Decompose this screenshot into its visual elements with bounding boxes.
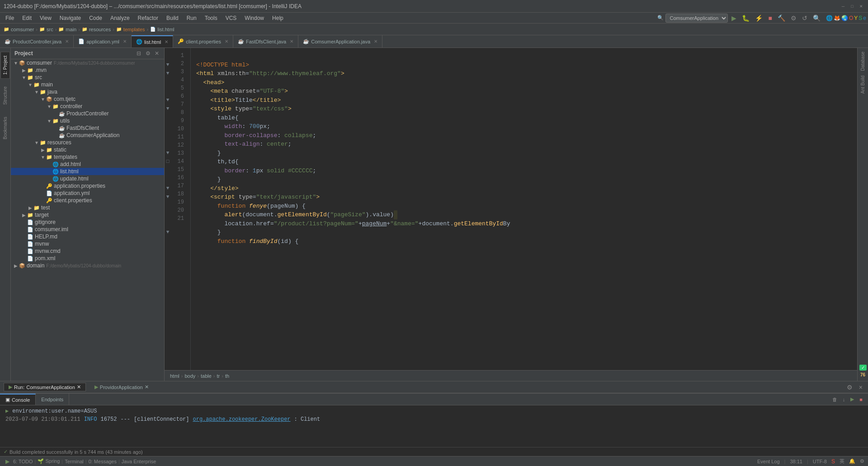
menu-build[interactable]: Build [163,14,182,22]
console-run-button[interactable]: ▶ [849,395,856,403]
run-with-coverage[interactable]: ⚡ [753,14,764,23]
breadcrumb-main[interactable]: main [66,27,76,32]
run-tab-comsumer[interactable]: ▶ Run: ComsumerApplication ✕ [4,383,86,391]
menu-tools[interactable]: Tools [201,14,221,22]
tab-fastdfs-client[interactable]: ☕ FastDfsClient.java ✕ [233,35,298,48]
gutter-mark-7[interactable]: ▼ [165,105,171,114]
tree-item-java[interactable]: ▼ 📁 java [11,88,164,95]
gutter-mark-3[interactable]: ▼ [165,69,171,78]
breadcrumb-resources[interactable]: resources [89,27,111,32]
build-project[interactable]: 🔨 [776,14,787,23]
tree-item-target[interactable]: ▶ 📁 target [11,211,164,219]
tree-item-src[interactable]: ▼ 📁 src [11,74,164,81]
tab-product-controller[interactable]: ☕ ProductController.java ✕ [0,35,74,48]
search-everywhere-icon[interactable]: 🔍 [657,15,664,21]
tab-close-client-properties[interactable]: ✕ [225,39,228,44]
gutter-mark-17[interactable]: ▼ [165,193,171,202]
tree-item-help-md[interactable]: ▶ 📄 HELP.md [11,233,164,240]
status-spring[interactable]: 🌱 Spring [38,458,60,464]
tree-item-main[interactable]: ▼ 📁 main [11,81,164,88]
status-event-log[interactable]: Event Log [757,459,780,464]
gutter-mark-21[interactable]: ▼ [165,228,171,237]
gutter-mark-1[interactable] [165,52,171,61]
tree-item-product-controller[interactable]: ▶ ☕ ProductController [11,110,164,117]
chrome-icon[interactable]: 🌐 [826,15,833,21]
tree-item-iml[interactable]: ▶ 📄 comsumer.iml [11,226,164,233]
right-sidebar-database[interactable]: Database [859,50,867,73]
gutter-mark-6[interactable]: ▼ [165,96,171,105]
menu-code[interactable]: Code [85,14,106,22]
menu-run[interactable]: Run [183,14,200,22]
tree-item-list-html[interactable]: ▶ 🌐 list.html [11,168,164,175]
code-editor[interactable]: ▼ ▼ ▼ ▼ ▼ □ ▼ ▼ ▼ [165,48,857,370]
tab-application-yml[interactable]: 📄 application.yml ✕ [74,35,132,48]
ed-breadcrumb-tr[interactable]: tr [217,373,220,379]
code-content[interactable]: <!DOCTYPE html> <html xmlns:th="http://w… [191,48,857,370]
safari-icon[interactable]: S [859,15,862,21]
console-tab[interactable]: ▣ Console [0,394,36,405]
maximize-button[interactable]: □ [849,3,855,10]
tree-item-app-props[interactable]: ▶ 🔑 application.properties [11,182,164,190]
console-class-link[interactable]: org.apache.zookeeper.ZooKeeper [193,415,291,423]
menu-help[interactable]: Help [269,14,287,22]
settings-button[interactable]: ⚙ [789,14,798,23]
right-sidebar-ant-build[interactable]: Ant Build [859,74,867,95]
menu-file[interactable]: File [2,14,18,22]
settings-panel-button[interactable]: ⚙ [144,50,151,57]
minimize-button[interactable]: ─ [840,3,846,10]
breadcrumb-templates[interactable]: templates [123,27,145,32]
tree-item-resources[interactable]: ▼ 📁 resources [11,139,164,146]
tab-close-product-controller[interactable]: ✕ [65,39,69,44]
project-panel-tab[interactable]: 1: Project [0,52,10,79]
ed-breadcrumb-table[interactable]: table [201,373,212,379]
debug-button[interactable]: 🐛 [740,14,751,23]
tree-item-fastdfs-client[interactable]: ▶ ☕ FastDfsClient [11,124,164,132]
gutter-mark-12[interactable]: ▼ [165,149,171,158]
tree-item-update-html[interactable]: ▶ 🌐 update.html [11,175,164,182]
breadcrumb-comsumer[interactable]: comsumer [11,27,34,32]
run-config-select[interactable]: ComsumerApplication [665,14,728,23]
tree-item-domain[interactable]: ▶ 📦 domain F:/demo/Mybatis/1204-dubbo/do… [11,262,164,269]
console-content[interactable]: ▶ environment:user.name=ASUS 2023-07-09 … [0,405,868,447]
status-encoding[interactable]: UTF-8 [813,459,827,464]
edge-icon[interactable]: 🌏 [841,15,848,21]
run-close-comsumer[interactable]: ✕ [77,384,81,390]
bookmarks-panel-tab[interactable]: Bookmarks [0,113,10,143]
console-stop-button[interactable]: ■ [858,396,864,403]
console-scroll-button[interactable]: ↓ [841,396,847,403]
menu-edit[interactable]: Edit [19,14,35,22]
ed-breadcrumb-html[interactable]: html [170,373,179,379]
menu-refactor[interactable]: Refactor [134,14,162,22]
run-tab-providor[interactable]: ▶ ProvidorApplication ✕ [90,383,154,391]
menu-vcs[interactable]: VCS [222,14,241,22]
menu-window[interactable]: Window [241,14,268,22]
close-button[interactable]: ✕ [858,3,864,10]
menu-analyze[interactable]: Analyze [107,14,133,22]
tab-close-application-yml[interactable]: ✕ [123,39,127,44]
run-close-providor[interactable]: ✕ [145,384,149,390]
ed-breadcrumb-body[interactable]: body [184,373,195,379]
tree-item-gitignore[interactable]: ▶ 📄 gitignore [11,219,164,226]
structure-panel-tab[interactable]: Structure [0,82,10,109]
tab-close-list-html[interactable]: ✕ [165,39,168,44]
yandex-icon[interactable]: Y [854,15,858,21]
opera-icon[interactable]: O [849,15,853,21]
status-java-enterprise[interactable]: Java Enterprise [122,459,156,464]
tree-item-static[interactable]: ▶ 📁 static [11,146,164,153]
status-run-button[interactable]: ▶ [4,457,11,466]
ie-icon[interactable]: e [863,15,866,21]
run-hide-button[interactable]: × [857,383,864,392]
tab-comsumer-application[interactable]: ☕ ComsumerApplication.java ✕ [298,35,382,48]
breadcrumb-list-html[interactable]: list.html [157,27,174,32]
status-terminal[interactable]: Terminal [65,459,84,464]
search-button[interactable]: 🔍 [811,14,822,23]
tree-item-mvnw[interactable]: ▶ 📄 mvnw [11,240,164,247]
run-button[interactable]: ▶ [730,14,738,23]
tree-item-controller[interactable]: ▼ 📁 controller [11,103,164,110]
menu-view[interactable]: View [36,14,55,22]
tab-close-comsumer-application[interactable]: ✕ [374,39,377,44]
breadcrumb-src[interactable]: src [47,27,53,32]
gutter-mark-2[interactable]: ▼ [165,61,171,70]
stop-button[interactable]: ■ [766,14,774,23]
status-todo[interactable]: 6: TODO [13,459,33,464]
